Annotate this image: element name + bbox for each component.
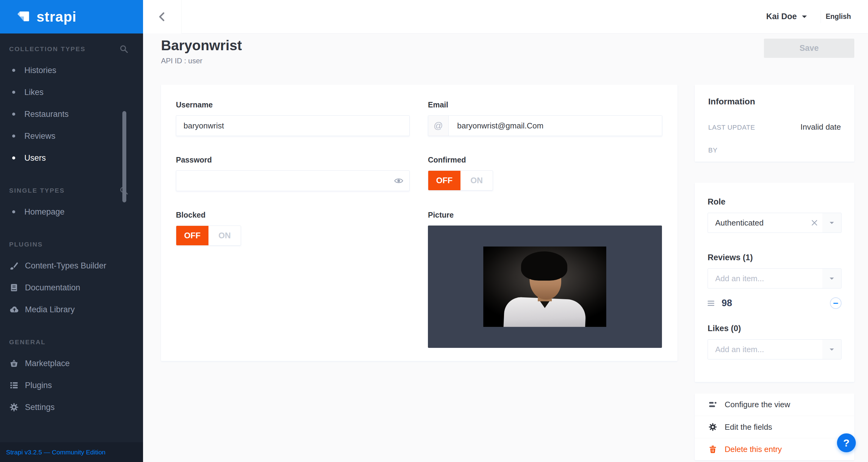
role-select-arrow[interactable] [823, 213, 841, 233]
by-row: BY [708, 146, 841, 154]
username-input[interactable] [176, 115, 410, 136]
sidebar-item-marketplace[interactable]: Marketplace [0, 352, 143, 374]
reviews-select[interactable]: Add an item... [708, 269, 841, 288]
chevron-left-icon [157, 11, 168, 22]
username-label: Username [176, 100, 410, 109]
blocked-toggle-on[interactable]: ON [209, 226, 241, 245]
username-field: Username [176, 100, 410, 136]
email-field: Email @ [428, 100, 662, 136]
sidebar-item-label: Content-Types Builder [25, 261, 106, 271]
sidebar-item-documentation[interactable]: Documentation [0, 277, 143, 299]
sidebar-item-label: Media Library [25, 305, 75, 314]
bullet-icon [12, 210, 15, 213]
reviews-select-arrow[interactable] [823, 269, 841, 288]
picture-label: Picture [428, 211, 662, 219]
blocked-label: Blocked [176, 211, 410, 219]
sidebar-item-label: Plugins [25, 381, 52, 390]
role-select[interactable]: Authenticated [708, 213, 841, 233]
sidebar-item-plugins[interactable]: Plugins [0, 374, 143, 396]
sidebar-item-users[interactable]: Users [0, 147, 143, 169]
section-title-label: SINGLE TYPES [9, 187, 65, 194]
likes-select-arrow[interactable] [823, 340, 841, 359]
version-link[interactable]: Strapi v3.2.5 — Community Edition [6, 449, 105, 456]
role-title: Role [708, 183, 841, 207]
password-field: Password [176, 156, 410, 191]
picture-preview[interactable] [428, 225, 662, 348]
sidebar-item-label: Restaurants [24, 110, 69, 119]
section-collection-types: COLLECTION TYPES [0, 45, 143, 52]
sidebar-item-media-library[interactable]: Media Library [0, 299, 143, 320]
strapi-logo[interactable]: strapi [0, 0, 143, 33]
email-input[interactable] [448, 116, 662, 136]
sidebar-item-reviews[interactable]: Reviews [0, 125, 143, 147]
page-subtitle: API ID : user [161, 57, 242, 65]
last-update-row: LAST UPDATE Invalid date [708, 122, 841, 132]
sidebar-item-restaurants[interactable]: Restaurants [0, 103, 143, 125]
confirmed-toggle-off[interactable]: OFF [428, 171, 461, 190]
sidebar-item-homepage[interactable]: Homepage [0, 201, 143, 223]
bullet-icon [12, 134, 15, 137]
sidebar-item-label: Likes [24, 88, 43, 97]
information-title: Information [708, 97, 841, 106]
sidebar-item-settings[interactable]: Settings [0, 396, 143, 418]
help-button[interactable]: ? [837, 433, 856, 452]
remove-review-button[interactable] [830, 297, 841, 309]
confirmed-field: Confirmed OFF ON [428, 156, 662, 191]
sidebar-item-label: Histories [24, 66, 56, 75]
password-input[interactable] [176, 171, 410, 191]
logo-text: strapi [36, 8, 76, 25]
caret-down-icon[interactable] [801, 14, 808, 19]
configure-view-label: Configure the view [725, 400, 790, 409]
sidebar-scrollbar[interactable] [122, 111, 126, 203]
triangle-down-icon [829, 221, 835, 225]
configure-view-action[interactable]: Configure the view [695, 394, 854, 416]
bullet-icon [12, 113, 15, 116]
basket-icon [8, 358, 20, 369]
last-update-value: Invalid date [800, 122, 841, 132]
page-title: Baryonwrist [161, 37, 242, 54]
collection-types-list: Histories Likes Restaurants Reviews User… [0, 59, 143, 169]
book-icon [8, 282, 20, 293]
role-value: Authenticated [708, 218, 764, 228]
sidebar-item-content-types-builder[interactable]: Content-Types Builder [0, 255, 143, 277]
topbar: Kai Doe English [143, 0, 868, 33]
save-button[interactable]: Save [764, 39, 854, 58]
section-general: GENERAL [0, 339, 143, 345]
sidebar-nav: COLLECTION TYPES Histories Likes Restaur… [0, 33, 143, 418]
cloud-upload-icon [8, 304, 20, 315]
sidebar-item-likes[interactable]: Likes [0, 81, 143, 103]
blocked-toggle-off[interactable]: OFF [176, 226, 209, 245]
sidebar-item-label: Documentation [25, 283, 80, 292]
likes-title: Likes (0) [708, 324, 841, 333]
last-update-label: LAST UPDATE [708, 124, 755, 131]
topbar-right: Kai Doe English [766, 10, 868, 23]
sidebar-item-label: Users [24, 153, 46, 163]
single-types-list: Homepage [0, 201, 143, 223]
show-password-button[interactable] [394, 177, 404, 184]
bullet-icon [12, 91, 15, 94]
sidebar-footer: Strapi v3.2.5 — Community Edition [0, 442, 143, 462]
back-button[interactable] [143, 0, 182, 33]
section-title-label: COLLECTION TYPES [9, 45, 86, 53]
sidebar-item-label: Marketplace [25, 359, 70, 368]
edit-fields-action[interactable]: Edit the fields [695, 416, 854, 438]
search-icon[interactable] [119, 44, 128, 54]
plugins-list: Content-Types Builder Documentation [0, 255, 143, 320]
drag-handle-icon[interactable] [708, 301, 714, 306]
user-photo [483, 247, 606, 327]
review-item-value[interactable]: 98 [722, 298, 732, 309]
edit-fields-label: Edit the fields [725, 423, 772, 432]
confirmed-toggle-on[interactable]: ON [461, 171, 493, 190]
sliders-icon [708, 400, 718, 410]
delete-entry-action[interactable]: Delete this entry [695, 438, 854, 460]
sidebar-item-histories[interactable]: Histories [0, 59, 143, 81]
minus-icon [833, 303, 838, 304]
clear-role-button[interactable] [810, 218, 819, 227]
likes-select[interactable]: Add an item... [708, 339, 841, 360]
section-title-label: GENERAL [9, 338, 45, 346]
sidebar-item-label: Settings [25, 403, 55, 412]
user-menu[interactable]: Kai Doe [766, 12, 797, 21]
at-prefix-icon: @ [428, 116, 448, 136]
language-selector[interactable]: English [826, 12, 851, 21]
x-icon [810, 218, 819, 227]
